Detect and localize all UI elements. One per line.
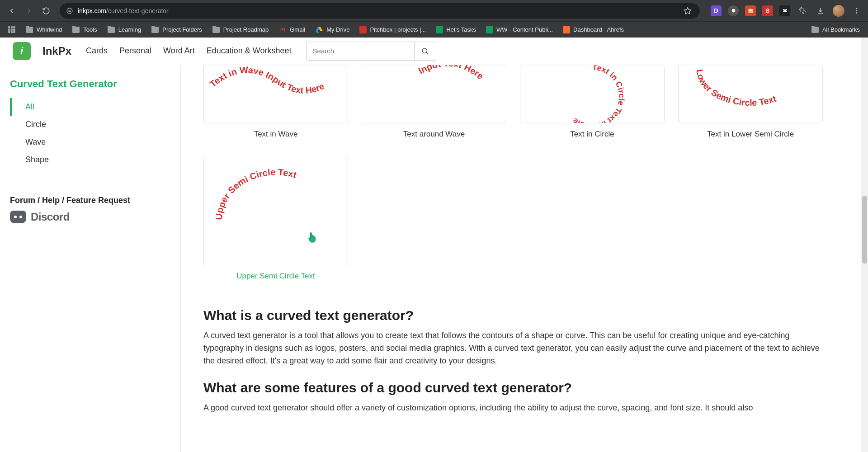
card-label: Text around Wave [362,130,506,139]
card-label: Text in Lower Semi Circle [678,130,823,139]
svg-marker-3 [684,7,691,14]
card-label: Text in Circle [520,130,665,139]
svg-point-6 [856,12,858,14]
bookmark-pitchbox[interactable]: Pitchbox | projects |... [359,26,426,33]
extensions-icon[interactable] [797,5,808,17]
card-label: Upper Semi Circle Text [203,272,348,281]
all-bookmarks[interactable]: All Bookmarks [811,26,860,34]
card-upper-semi[interactable]: Upper Semi Circle Text Upper Semi Circle… [203,157,348,281]
bookmarks-bar: Whirlwind Tools Learning Project Folders… [0,21,868,38]
app-header: i InkPx Cards Personal Word Art Educatio… [0,38,868,65]
svg-point-5 [856,10,858,11]
star-bookmark-icon[interactable] [682,5,693,17]
svg-point-4 [856,8,858,9]
scrollbar-thumb[interactable] [862,196,867,264]
sidebar-item-all[interactable]: All [10,98,170,116]
svg-text:Text in Wave Input Text Here: Text in Wave Input Text Here [208,65,326,95]
nav-personal[interactable]: Personal [119,46,151,56]
bookmark-ww[interactable]: WW - Content Publi... [486,26,553,33]
svg-text:Text in Circle Text in Circle: Text in Circle Text in Circle [571,65,627,123]
svg-point-7 [422,48,427,53]
sidebar: Curved Text Generator All Circle Wave Sh… [0,65,181,452]
apps-button[interactable] [8,26,15,33]
extension-badge-doc[interactable]: ▤ [745,5,756,16]
reload-button[interactable] [40,5,52,17]
bookmark-whirlwind[interactable]: Whirlwind [25,26,62,34]
article-heading-2: What are some features of a good curved … [203,380,823,396]
address-bar[interactable]: inkpx.com/curved-text-generator [60,3,700,19]
extension-badge-globe[interactable]: ⊕ [728,5,739,16]
bookmark-hets-tasks[interactable]: Het's Tasks [436,26,476,33]
card-text-in-circle[interactable]: Text in Circle Text in Circle Text in Ci… [520,65,665,139]
article-heading-1: What is a curved text generator? [203,308,823,323]
menu-icon[interactable] [851,5,863,17]
svg-text:Lower Semi Circle Text: Lower Semi Circle Text [694,69,778,108]
bookmark-project-folders[interactable]: Project Folders [151,26,202,34]
logo[interactable]: i [13,42,31,60]
article-section: What is a curved text generator? A curve… [203,308,823,414]
card-label: Text in Wave [203,130,348,139]
search-input[interactable] [306,42,415,61]
discord-icon [10,211,26,223]
search-button[interactable] [415,42,436,61]
downloads-icon[interactable] [815,5,826,17]
bookmark-gmail[interactable]: ✉Gmail [278,26,305,34]
nav-wordart[interactable]: Word Art [163,46,195,56]
forum-link[interactable]: Forum / Help / Feature Request [10,196,170,205]
svg-line-8 [426,52,428,54]
nav-education[interactable]: Education & Worksheet [207,46,292,56]
main-content: Text in Wave Input Text Here Text in Wav… [181,65,868,452]
back-button[interactable] [5,5,18,17]
bookmark-roadmap[interactable]: Project Roadmap [212,26,269,34]
bookmark-drive[interactable]: My Drive [315,26,349,34]
sidebar-title: Curved Text Generator [10,78,170,90]
bookmark-ahrefs[interactable]: Dashboard - Ahrefs [563,26,624,33]
extension-badge-d[interactable]: D [711,5,722,16]
sidebar-item-circle[interactable]: Circle [10,116,170,133]
nav-cards[interactable]: Cards [86,46,108,56]
card-lower-semi[interactable]: Lower Semi Circle Text Text in Lower Sem… [678,65,823,139]
card-text-around-wave[interactable]: Input Text Here Text around Wave [362,65,506,139]
profile-avatar[interactable] [833,5,844,17]
site-info-icon[interactable] [66,7,73,14]
sidebar-item-shape[interactable]: Shape [10,151,170,169]
sidebar-item-wave[interactable]: Wave [10,133,170,151]
bookmark-learning[interactable]: Learning [107,26,142,34]
svg-point-0 [67,8,72,14]
article-paragraph-2: A good curved text generator should offe… [203,402,823,414]
extension-badge-s[interactable]: S [762,5,773,16]
url-text: inkpx.com/curved-text-generator [78,7,677,14]
svg-text:Input Text Here: Input Text Here [417,65,486,81]
brand-name[interactable]: InkPx [42,45,71,57]
extension-badge-mail[interactable]: ✉ [779,5,790,16]
forward-button[interactable] [23,5,35,17]
discord-label: Discord [31,211,70,223]
browser-toolbar: inkpx.com/curved-text-generator D ⊕ ▤ S … [0,0,868,21]
scrollbar[interactable] [861,38,868,452]
discord-link[interactable]: Discord [10,211,170,223]
svg-text:Upper Semi Circle Text: Upper Semi Circle Text [214,167,298,220]
bookmark-tools[interactable]: Tools [72,26,97,34]
article-paragraph-1: A curved text generator is a tool that a… [203,330,823,367]
card-text-in-wave[interactable]: Text in Wave Input Text Here Text in Wav… [203,65,348,139]
